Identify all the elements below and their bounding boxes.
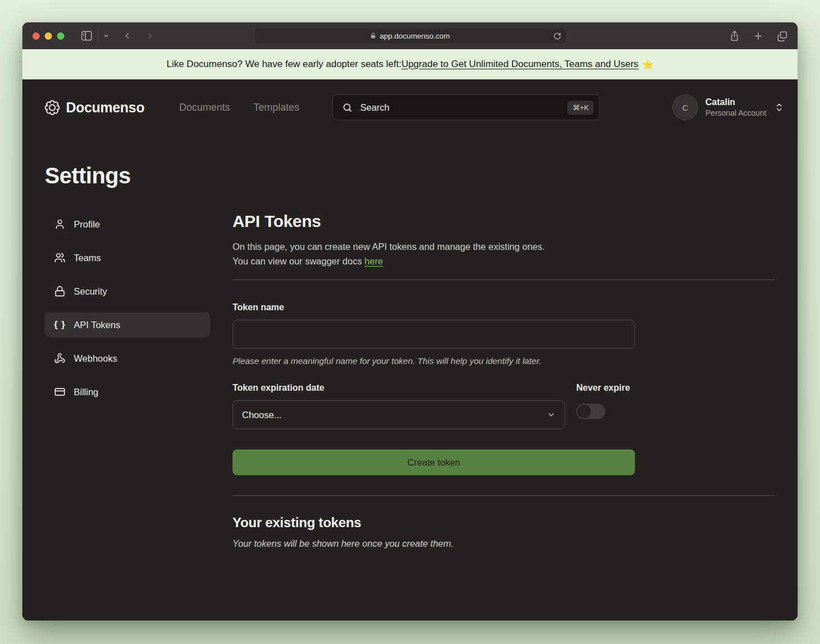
section-divider xyxy=(233,280,774,280)
back-button[interactable] xyxy=(123,31,131,41)
user-icon xyxy=(54,219,66,230)
avatar: C xyxy=(672,94,698,120)
zoom-window-button[interactable] xyxy=(57,32,64,40)
webhook-icon xyxy=(54,353,66,364)
brand-name: Documenso xyxy=(66,100,144,116)
nav-documents[interactable]: Documents xyxy=(179,102,230,113)
swagger-docs-link[interactable]: here xyxy=(364,256,383,266)
toggle-knob xyxy=(577,405,591,418)
search-placeholder: Search xyxy=(360,102,567,113)
sidebar-item-billing[interactable]: Billing xyxy=(45,380,210,404)
token-name-help: Please enter a meaningful name for your … xyxy=(233,356,774,366)
description-line1: On this page, you can create new API tok… xyxy=(233,242,545,252)
sidebar-item-label: Billing xyxy=(74,387,98,397)
upgrade-link[interactable]: Upgrade to Get Unlimited Documents, Team… xyxy=(401,59,638,70)
never-expire-column: Never expire xyxy=(576,383,638,419)
never-expire-toggle[interactable] xyxy=(576,404,605,419)
expiration-selected-value: Choose... xyxy=(242,410,282,420)
reload-icon[interactable] xyxy=(553,32,561,40)
forward-button[interactable] xyxy=(146,31,154,41)
star-emoji-icon: ⭐ xyxy=(642,59,653,70)
lock-icon xyxy=(370,32,376,40)
chevron-down-icon xyxy=(547,410,556,419)
search-icon xyxy=(342,102,353,113)
sidebar-item-security[interactable]: Security xyxy=(45,279,210,304)
sidebar-item-teams[interactable]: Teams xyxy=(45,245,210,270)
new-tab-icon[interactable] xyxy=(753,31,763,41)
never-expire-label: Never expire xyxy=(576,383,638,393)
expiration-select[interactable]: Choose... xyxy=(233,400,565,429)
minimize-window-button[interactable] xyxy=(45,32,52,40)
traffic-lights xyxy=(32,32,64,40)
sidebar-item-label: Security xyxy=(74,286,107,297)
api-tokens-panel: API Tokens On this page, you can create … xyxy=(233,212,774,549)
documenso-app: Documenso Documents Templates Search ⌘+K… xyxy=(22,79,798,621)
users-icon xyxy=(54,252,66,263)
braces-icon: { } xyxy=(54,319,66,330)
token-name-label: Token name xyxy=(233,302,774,312)
section-description: On this page, you can create new API tok… xyxy=(233,239,774,268)
documenso-logo-icon xyxy=(45,100,60,115)
url-text: app.documenso.com xyxy=(380,32,449,40)
existing-divider xyxy=(233,495,774,496)
browser-titlebar: app.documenso.com xyxy=(22,22,798,49)
titlebar-divider xyxy=(98,31,98,41)
account-type: Personal Account xyxy=(705,108,766,119)
titlebar-right-actions xyxy=(729,30,788,41)
brand[interactable]: Documenso xyxy=(45,100,144,116)
search-shortcut-badge: ⌘+K xyxy=(567,101,594,115)
sidebar-item-label: Profile xyxy=(74,219,100,230)
account-menu[interactable]: C Catalin Personal Account xyxy=(672,94,784,120)
browser-window: app.documenso.com xyxy=(22,22,798,621)
credit-card-icon xyxy=(54,386,66,397)
expiration-label: Token expiration date xyxy=(233,383,565,393)
app-header: Documenso Documents Templates Search ⌘+K… xyxy=(22,79,798,135)
expiration-row: Token expiration date Choose... Never ex… xyxy=(233,383,774,429)
close-window-button[interactable] xyxy=(32,32,40,40)
token-name-input[interactable] xyxy=(233,320,635,349)
existing-tokens-empty-text: Your tokens will be shown here once you … xyxy=(233,538,774,549)
tab-overview-icon[interactable] xyxy=(777,31,788,41)
section-heading: API Tokens xyxy=(233,212,774,231)
description-line2: You can view our swagger docs xyxy=(233,256,364,266)
expiration-column: Token expiration date Choose... xyxy=(233,383,565,429)
sidebar-toggle-icon[interactable] xyxy=(81,31,92,41)
search-input[interactable]: Search ⌘+K xyxy=(333,94,600,120)
upgrade-banner: Like Documenso? We have few early adopte… xyxy=(22,49,798,79)
address-bar[interactable]: app.documenso.com xyxy=(254,27,567,45)
banner-text: Like Documenso? We have few early adopte… xyxy=(167,59,401,70)
page-title: Settings xyxy=(45,163,774,188)
tab-group-chevron-icon[interactable] xyxy=(103,32,110,39)
settings-page: Settings Profile Teams xyxy=(22,135,798,621)
account-meta: Catalin Personal Account xyxy=(705,97,766,119)
sidebar-item-label: Webhooks xyxy=(74,353,117,364)
nav-templates[interactable]: Templates xyxy=(253,102,299,113)
sidebar-item-api-tokens[interactable]: { } API Tokens xyxy=(45,312,210,337)
existing-tokens-heading: Your existing tokens xyxy=(233,515,774,531)
create-token-button[interactable]: Create token xyxy=(233,449,635,475)
sidebar-item-webhooks[interactable]: Webhooks xyxy=(45,346,210,371)
account-name: Catalin xyxy=(705,97,766,108)
chevrons-up-down-icon xyxy=(774,102,784,112)
lock-icon xyxy=(54,286,66,297)
settings-sidebar: Profile Teams Security xyxy=(45,212,210,549)
sidebar-item-label: API Tokens xyxy=(74,320,120,330)
sidebar-item-label: Teams xyxy=(74,253,101,263)
sidebar-item-profile[interactable]: Profile xyxy=(45,212,210,236)
share-icon[interactable] xyxy=(729,30,740,41)
top-nav: Documents Templates xyxy=(179,102,299,113)
